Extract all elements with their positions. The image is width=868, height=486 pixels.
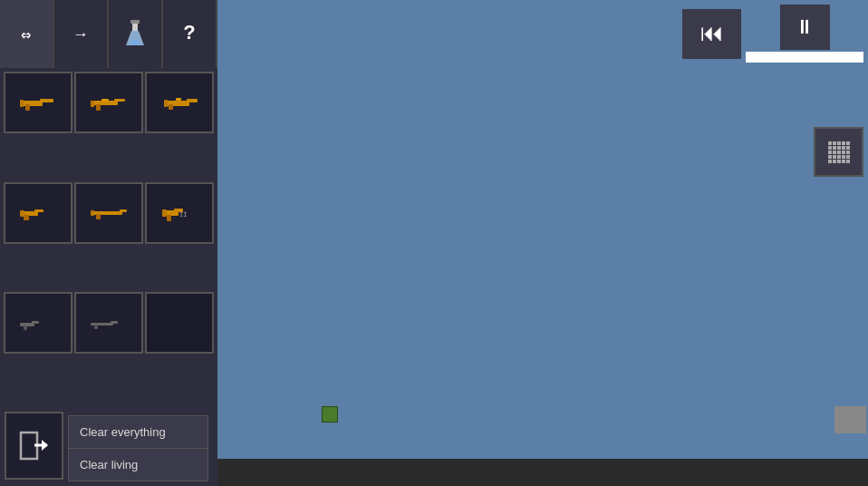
grid-toggle-button[interactable]	[814, 127, 863, 177]
bottom-right-entity	[834, 406, 866, 433]
weapon-slot-7[interactable]	[4, 292, 72, 354]
svg-rect-13	[164, 101, 189, 106]
exit-button[interactable]	[5, 412, 63, 480]
svg-rect-34	[91, 323, 113, 326]
weapon-slot-9[interactable]	[145, 292, 214, 354]
svg-rect-6	[25, 104, 30, 111]
weapon-slot-5[interactable]	[74, 182, 143, 244]
svg-rect-35	[111, 321, 118, 324]
weapon-grid: II	[0, 68, 217, 404]
speed-bar	[746, 52, 863, 63]
weapon-icon-6: II	[159, 201, 200, 224]
toolbar: ⇔ → ?	[0, 0, 217, 68]
weapon-slot-1[interactable]	[4, 72, 72, 133]
weapon-icon-8	[89, 312, 130, 335]
arrow-right-button[interactable]: →	[54, 0, 109, 68]
swap-button[interactable]: ⇔	[0, 0, 54, 68]
svg-rect-14	[187, 99, 198, 102]
sidebar: ⇔ → ?	[0, 0, 217, 486]
svg-rect-21	[20, 210, 24, 217]
weapon-icon-7	[18, 312, 59, 335]
clear-living-button[interactable]: Clear living	[69, 449, 207, 481]
weapon-icon-4	[18, 201, 59, 224]
weapon-icon-5	[89, 201, 130, 224]
top-right-controls: ⏮ ⏸	[678, 0, 868, 67]
weapon-slot-6[interactable]: II	[145, 182, 214, 244]
svg-rect-33	[24, 326, 27, 330]
weapon-icon-3	[159, 92, 200, 114]
svg-rect-29	[162, 209, 167, 217]
pause-icon: ⏸	[795, 15, 815, 40]
svg-rect-22	[91, 211, 122, 215]
svg-marker-40	[844, 413, 858, 425]
weapon-slot-3[interactable]	[145, 72, 214, 133]
pause-button[interactable]: ⏸	[780, 5, 830, 50]
clear-everything-button[interactable]: Clear everything	[69, 416, 207, 449]
svg-rect-19	[34, 209, 43, 212]
rewind-icon: ⏮	[700, 19, 724, 48]
svg-text:II: II	[179, 211, 187, 219]
svg-rect-7	[20, 100, 24, 107]
game-area	[217, 0, 868, 459]
entity-icon	[842, 411, 860, 429]
svg-rect-25	[91, 210, 94, 216]
weapon-slot-4[interactable]	[4, 182, 72, 244]
weapon-icon-1	[18, 92, 59, 114]
weapon-icon-2	[89, 92, 130, 114]
svg-rect-12	[101, 99, 109, 102]
svg-rect-5	[40, 99, 53, 102]
context-menu: Clear everything Clear living	[68, 415, 208, 481]
svg-rect-17	[176, 98, 181, 101]
svg-marker-39	[42, 440, 48, 451]
bottom-bar	[217, 459, 868, 486]
svg-rect-16	[164, 100, 168, 107]
exit-icon	[18, 430, 50, 462]
svg-rect-32	[32, 321, 39, 324]
rewind-button[interactable]: ⏮	[682, 9, 741, 59]
green-entity	[322, 406, 338, 423]
question-button[interactable]: ?	[163, 0, 217, 68]
svg-rect-15	[169, 104, 173, 110]
svg-rect-9	[114, 99, 125, 102]
svg-rect-2	[130, 20, 140, 24]
flask-icon	[122, 18, 148, 50]
svg-rect-11	[91, 101, 94, 107]
svg-rect-28	[167, 215, 171, 221]
svg-rect-24	[96, 214, 101, 219]
svg-rect-23	[120, 209, 127, 212]
svg-rect-10	[96, 104, 101, 111]
flask-button[interactable]	[109, 0, 163, 68]
grid-icon	[828, 141, 850, 163]
svg-point-3	[130, 40, 140, 45]
bottom-left-area: Clear everything Clear living	[0, 404, 217, 486]
weapon-slot-2[interactable]	[74, 72, 143, 133]
weapon-slot-8[interactable]	[74, 292, 143, 354]
svg-rect-36	[94, 325, 98, 329]
